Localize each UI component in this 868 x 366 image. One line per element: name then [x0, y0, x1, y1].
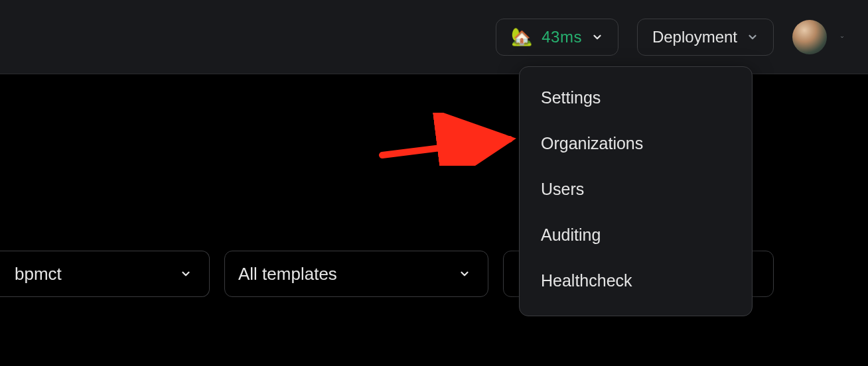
chevron-down-icon: [459, 268, 470, 280]
chevron-down-icon: [591, 31, 603, 43]
menu-item-label: Healthcheck: [541, 271, 632, 290]
topbar: 🏡 43ms Deployment: [0, 0, 868, 74]
menu-item-label: Users: [541, 180, 584, 198]
template-filter-label: All templates: [238, 264, 337, 284]
menu-item-settings[interactable]: Settings: [520, 75, 752, 121]
chevron-down-icon: [747, 31, 759, 43]
house-emoji-icon: 🏡: [511, 27, 532, 47]
user-filter-label: bpmct: [15, 264, 62, 284]
svg-line-0: [382, 139, 510, 155]
avatar: [792, 20, 827, 54]
menu-item-healthcheck[interactable]: Healthcheck: [520, 258, 752, 304]
deployment-button[interactable]: Deployment: [637, 19, 774, 56]
proxy-latency-button[interactable]: 🏡 43ms: [496, 19, 618, 56]
user-filter[interactable]: bpmct: [0, 251, 210, 297]
menu-item-auditing[interactable]: Auditing: [520, 212, 752, 258]
menu-item-users[interactable]: Users: [520, 166, 752, 212]
menu-item-label: Auditing: [541, 225, 601, 244]
chevron-down-icon: [836, 31, 848, 43]
template-filter[interactable]: All templates: [224, 251, 488, 297]
deployment-dropdown: Settings Organizations Users Auditing He…: [519, 66, 753, 316]
menu-item-label: Organizations: [541, 134, 643, 152]
annotation-arrow-icon: [377, 113, 523, 166]
latency-value: 43ms: [542, 28, 582, 46]
menu-item-organizations[interactable]: Organizations: [520, 121, 752, 166]
user-menu-button[interactable]: [792, 20, 848, 54]
deployment-label: Deployment: [652, 28, 737, 46]
menu-item-label: Settings: [541, 88, 601, 107]
chevron-down-icon: [180, 268, 192, 280]
